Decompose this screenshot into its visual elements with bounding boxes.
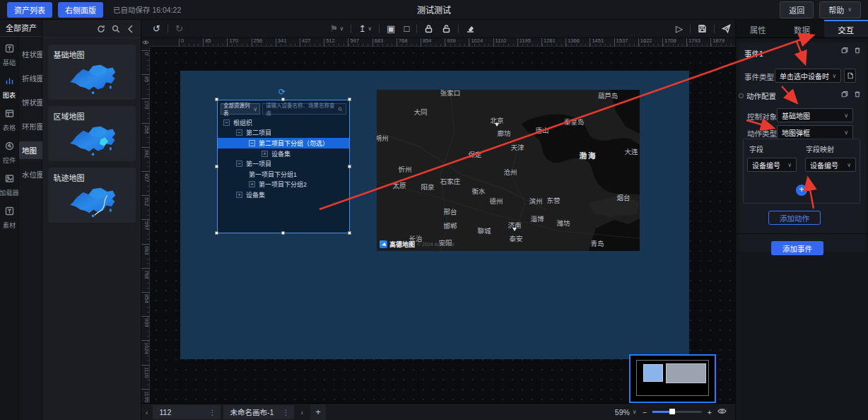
map-city-label: 天津 bbox=[510, 142, 524, 152]
add-action-button[interactable]: 添加动作 bbox=[768, 211, 821, 225]
tree-item[interactable]: −第一项目 bbox=[218, 158, 349, 169]
add-event-button[interactable]: 添加事件 bbox=[771, 241, 823, 255]
tree-source-dropdown[interactable]: 全部资源列表∨ bbox=[221, 103, 260, 115]
tree-item[interactable]: −第二项目 bbox=[218, 128, 349, 139]
delete-action-icon[interactable] bbox=[854, 91, 861, 98]
inspector-tab-属性[interactable]: 属性 bbox=[736, 20, 780, 37]
map-widget[interactable]: 张家口葫芦岛大同北京秦皇岛廊坊唐山朔州天津保定渤海大连忻州沧州石家庄太原阳泉衡水… bbox=[377, 90, 640, 251]
undo-button[interactable]: ↺ bbox=[148, 23, 165, 34]
sidebar-subcategory[interactable]: 柱状图 bbox=[19, 45, 46, 63]
zoom-in-button[interactable]: + bbox=[708, 408, 712, 416]
copy-event-icon[interactable] bbox=[841, 47, 848, 54]
search-icon[interactable] bbox=[112, 25, 120, 33]
clear-canvas-icon[interactable] bbox=[462, 24, 479, 33]
selection-handle[interactable] bbox=[348, 231, 351, 235]
selection-handle[interactable] bbox=[348, 165, 351, 168]
sidebar-category-material[interactable]: 素材 bbox=[0, 206, 18, 230]
add-field-mapping-button[interactable]: + bbox=[796, 185, 807, 196]
sidebar-category-loader[interactable]: 加载器 bbox=[0, 174, 18, 197]
asset-list-toggle-button[interactable]: 资产列表 bbox=[7, 2, 52, 18]
selection-handle[interactable] bbox=[215, 231, 218, 235]
selection-handle[interactable] bbox=[281, 231, 285, 235]
marker-tool-button[interactable]: ⚑∨ bbox=[326, 23, 348, 34]
pages-scroll-left-icon[interactable]: ‹ bbox=[141, 408, 153, 416]
selection-handle[interactable] bbox=[348, 98, 351, 101]
preview-eye-icon[interactable] bbox=[717, 407, 727, 416]
h-ruler-tick: 170 bbox=[227, 38, 238, 47]
page-tab-menu-icon[interactable]: ⋮ bbox=[209, 408, 216, 416]
align-top-button[interactable]: ↥∨ bbox=[354, 23, 376, 34]
refresh-icon[interactable] bbox=[97, 25, 105, 33]
expand-icon[interactable]: + bbox=[249, 181, 255, 187]
sidebar-subcategory[interactable]: 水位图 bbox=[19, 165, 46, 183]
field-mapping-dropdown[interactable]: 设备编号∨ bbox=[805, 158, 856, 172]
tree-item[interactable]: +设备集 bbox=[218, 189, 349, 200]
redo-button[interactable]: ↻ bbox=[171, 23, 187, 34]
control-object-dropdown[interactable]: 基础地图∨ bbox=[777, 108, 853, 122]
sidebar-category-chart[interactable]: 图表 bbox=[0, 76, 18, 100]
tree-search-input[interactable]: 请输入设备名称、场景名称查询 bbox=[262, 103, 346, 115]
collapse-icon[interactable]: − bbox=[236, 129, 242, 136]
sidebar-subcategory[interactable]: 环形图 bbox=[19, 117, 46, 135]
tree-item[interactable]: +第一项目下分组2 bbox=[218, 180, 349, 190]
map-marker-icon bbox=[495, 123, 499, 127]
event-script-icon[interactable] bbox=[844, 69, 856, 83]
sidebar-category-text[interactable]: 基础 bbox=[0, 44, 18, 67]
tree-item[interactable]: 第一项目下分组1 bbox=[218, 169, 349, 180]
preview-play-button[interactable]: ▷ bbox=[671, 23, 687, 34]
copy-action-icon[interactable] bbox=[841, 91, 848, 98]
asset-card[interactable]: 区域地图 bbox=[48, 106, 136, 161]
expand-icon[interactable]: + bbox=[262, 151, 268, 157]
sidebar-category-control[interactable]: 控件 bbox=[0, 141, 18, 165]
back-button[interactable]: 返回 bbox=[780, 1, 814, 18]
zoom-level-dropdown[interactable]: 59%∨ bbox=[615, 408, 637, 416]
chevron-down-icon: ∨ bbox=[848, 6, 852, 13]
publish-button[interactable] bbox=[717, 24, 735, 33]
event-type-dropdown[interactable]: 单击选中设备时∨ bbox=[775, 69, 841, 83]
lock-button[interactable] bbox=[420, 24, 438, 33]
sidebar-subcategory[interactable]: 饼状图 bbox=[19, 93, 46, 111]
minimap[interactable] bbox=[629, 354, 716, 403]
asset-card[interactable]: 基础地图 bbox=[48, 45, 136, 100]
delete-event-icon[interactable] bbox=[854, 47, 861, 54]
group-button[interactable]: ▣ bbox=[382, 23, 399, 34]
inspector-tab-数据[interactable]: 数据 bbox=[780, 20, 823, 37]
pages-scroll-right-icon[interactable]: › bbox=[297, 408, 308, 416]
canvas-stage[interactable]: 0851702563414275125976837688549391024111… bbox=[141, 38, 735, 403]
tree-item[interactable]: +设备集 bbox=[218, 148, 349, 159]
add-page-button[interactable]: + bbox=[310, 404, 326, 420]
ungroup-button[interactable]: □ bbox=[399, 23, 414, 34]
field-dropdown[interactable]: 设备编号∨ bbox=[747, 158, 797, 172]
widget-refresh-icon[interactable]: ⟳ bbox=[278, 88, 286, 96]
zoom-slider[interactable] bbox=[652, 411, 702, 413]
zoom-out-button[interactable]: − bbox=[643, 408, 647, 416]
selection-handle[interactable] bbox=[215, 165, 218, 168]
sidebar-subcategory[interactable]: 地图 bbox=[19, 141, 46, 159]
sidebar-category-table[interactable]: 表格 bbox=[0, 109, 18, 132]
selection-handle[interactable] bbox=[281, 98, 285, 101]
canvas-tab[interactable]: 未命名画布-1 ⋮ bbox=[223, 405, 294, 419]
asset-card[interactable]: 轨迹地图 bbox=[48, 168, 136, 223]
canvas-tab-menu-icon[interactable]: ⋮ bbox=[282, 408, 290, 416]
collapse-icon[interactable]: − bbox=[223, 119, 230, 126]
help-button[interactable]: 帮助∨ bbox=[819, 1, 861, 18]
selection-handle[interactable] bbox=[215, 98, 218, 101]
collapse-icon[interactable]: − bbox=[249, 140, 255, 146]
tree-item[interactable]: −根组织 bbox=[218, 117, 349, 128]
device-tree-widget[interactable]: 全部资源列表∨ 请输入设备名称、场景名称查询 −根组织−第二项目−第二项目下分组… bbox=[217, 100, 350, 233]
save-button[interactable] bbox=[693, 24, 711, 33]
inspector-tab-交互[interactable]: 交互 bbox=[824, 20, 868, 37]
v-ruler-tick: 85 bbox=[141, 74, 150, 82]
zoom-slider-handle[interactable] bbox=[669, 409, 675, 414]
right-panel-toggle-button[interactable]: 右侧面版 bbox=[58, 2, 103, 18]
collapse-icon[interactable]: − bbox=[236, 161, 242, 167]
ruler-visibility-toggle[interactable] bbox=[141, 38, 150, 47]
action-type-dropdown[interactable]: 地图弹框∨ bbox=[777, 125, 853, 139]
unlock-button[interactable] bbox=[438, 24, 455, 33]
collapse-dot-icon[interactable] bbox=[739, 93, 744, 98]
sidebar-subcategory[interactable]: 折线图 bbox=[19, 69, 46, 87]
collapse-panel-icon[interactable] bbox=[127, 25, 135, 33]
page-tab[interactable]: 112 ⋮ bbox=[153, 405, 221, 419]
tree-item[interactable]: −第二项目下分组（勿选） bbox=[218, 138, 349, 148]
expand-icon[interactable]: + bbox=[236, 192, 242, 198]
